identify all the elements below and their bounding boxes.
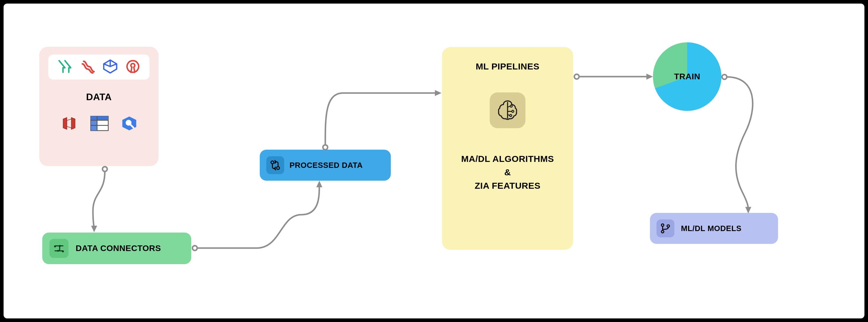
svg-point-25 [574,74,579,79]
diagram-canvas: DATA DATA CONNECTORS PROCESSED DATA ML P… [0,0,868,322]
pipelines-subtitle-line1: MA/DL ALGORITHMS [461,154,554,164]
opensource-icon [125,59,141,76]
brain-icon [490,92,525,128]
svg-marker-28 [745,207,751,213]
ml-pipelines-title: ML PIPELINES [476,61,539,71]
svg-marker-20 [91,226,97,232]
train-label: TRAIN [674,72,700,81]
arrow-data-to-connectors [87,166,123,233]
svg-point-9 [57,250,59,252]
git-branch-icon [656,219,674,237]
models-node: ML/DL MODELS [650,213,778,244]
svg-point-18 [667,225,669,227]
data-connectors-label: DATA CONNECTORS [76,243,161,253]
ml-pipelines-subtitle: MA/DL ALGORITHMS & ZIA FEATURES [461,152,554,192]
arrow-connectors-to-processed [191,179,328,254]
git-compare-icon [266,156,284,174]
arrow-train-to-models [718,73,784,216]
data-sources-card: DATA [39,47,158,166]
models-label: ML/DL MODELS [681,224,741,233]
svg-point-17 [661,231,664,233]
svg-point-8 [59,245,61,247]
pipelines-subtitle-line2: ZIA FEATURES [475,181,540,191]
retool-icon [80,59,95,76]
pipelines-subtitle-amp: & [504,167,511,177]
svg-point-14 [512,110,514,112]
bigquery-icon [121,115,137,133]
svg-point-13 [510,105,512,107]
svg-marker-24 [435,90,441,96]
svg-marker-22 [316,181,322,187]
data-sources-row-2 [54,115,144,134]
svg-point-19 [102,167,107,171]
data-sources-title: DATA [86,91,112,103]
processed-data-label: PROCESSED DATA [289,161,363,170]
svg-point-23 [323,145,328,150]
svg-point-11 [277,167,280,170]
airbyte-icon [57,59,73,76]
processed-data-node: PROCESSED DATA [260,150,391,181]
table-icon [90,115,109,133]
redshift-icon [60,115,78,134]
abstract-icon [102,59,118,76]
train-node: TRAIN [653,42,721,111]
svg-point-16 [661,224,664,226]
svg-point-15 [510,115,512,117]
arrow-pipelines-to-train [573,71,656,83]
data-connectors-node: DATA CONNECTORS [42,233,191,264]
svg-marker-26 [646,74,653,80]
svg-point-10 [271,161,274,164]
svg-rect-1 [91,116,108,120]
connector-icon [50,239,68,258]
svg-point-27 [722,75,727,79]
svg-point-21 [192,246,197,251]
arrow-processed-to-pipelines [319,81,444,153]
ml-pipelines-card: ML PIPELINES MA/DL ALGORITHMS & ZIA FEAT… [442,47,573,250]
data-sources-row-1 [48,55,150,80]
